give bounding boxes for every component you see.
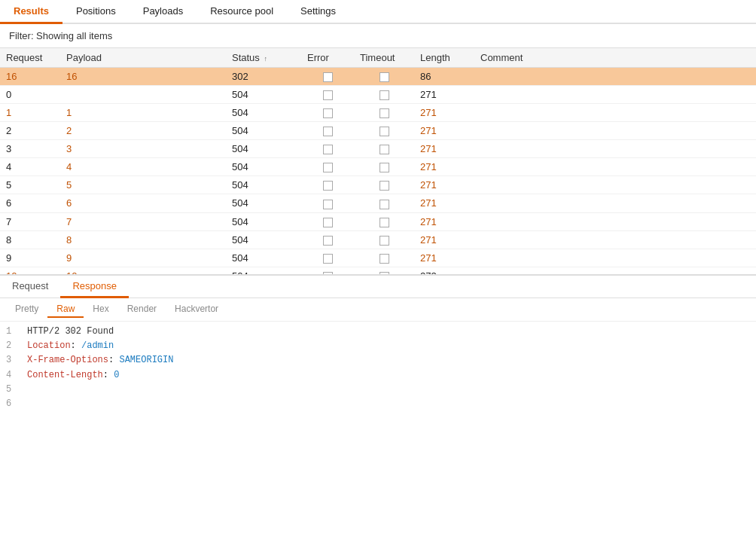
cell-link[interactable]: 2 xyxy=(66,125,72,136)
line-number: 5 xyxy=(6,383,21,397)
cell-link[interactable]: 7 xyxy=(66,216,72,227)
checkbox[interactable] xyxy=(380,200,389,209)
line-number: 1 xyxy=(6,325,21,339)
header-key: Content-Length xyxy=(27,370,103,380)
checkbox[interactable] xyxy=(380,90,389,100)
cell-link[interactable]: 16 xyxy=(6,71,17,82)
cell-link[interactable]: 271 xyxy=(420,234,437,246)
checkbox[interactable] xyxy=(323,90,333,100)
http-status-text: HTTP/2 302 Found xyxy=(27,326,114,337)
checkbox[interactable] xyxy=(323,72,333,82)
table-row[interactable]: 161630286 xyxy=(0,68,756,86)
table-row[interactable]: 77504271 xyxy=(0,212,756,230)
col-header-error[interactable]: Error xyxy=(301,48,354,68)
table-row[interactable]: 22504271 xyxy=(0,122,756,140)
cell-link[interactable]: 1 xyxy=(66,107,72,118)
cell-link[interactable]: 16 xyxy=(66,71,77,82)
table-row[interactable]: 99504271 xyxy=(0,249,756,267)
subtab-hackvertor[interactable]: Hackvertor xyxy=(166,301,227,318)
checkbox[interactable] xyxy=(323,163,333,172)
col-header-comment[interactable]: Comment xyxy=(474,48,756,68)
table-row[interactable]: 1010504272 xyxy=(0,267,756,274)
cell-link[interactable]: 4 xyxy=(66,161,72,172)
results-table-scroll[interactable]: Request Payload Status ↑ Error Timeout L… xyxy=(0,48,756,274)
cell-link[interactable]: 271 xyxy=(420,197,437,209)
checkbox[interactable] xyxy=(380,145,389,154)
cell-link[interactable]: 3 xyxy=(66,143,72,154)
checkbox[interactable] xyxy=(380,163,389,172)
checkbox[interactable] xyxy=(323,108,333,118)
bottom-tab-bar: Request Response xyxy=(0,276,756,298)
header-value: SAMEORIGIN xyxy=(119,355,173,365)
response-subtabs: Pretty Raw Hex Render Hackvertor xyxy=(0,298,756,322)
code-line: 5 xyxy=(6,383,750,397)
table-row[interactable]: 44504271 xyxy=(0,158,756,176)
cell-link[interactable]: 1 xyxy=(6,107,11,118)
cell-link[interactable]: 5 xyxy=(66,179,72,191)
cell-link[interactable]: 271 xyxy=(420,216,437,227)
cell-link[interactable]: 10 xyxy=(6,270,17,274)
table-row[interactable]: 0504271 xyxy=(0,86,756,104)
header-key: X-Frame-Options xyxy=(27,355,108,365)
tab-settings[interactable]: Settings xyxy=(287,0,349,24)
cell-link[interactable]: 271 xyxy=(420,179,437,191)
col-header-status[interactable]: Status ↑ xyxy=(226,48,301,68)
checkbox[interactable] xyxy=(380,108,389,118)
bottom-tab-response[interactable]: Response xyxy=(60,276,129,298)
checkbox[interactable] xyxy=(323,272,333,274)
filter-bar: Filter: Showing all items xyxy=(0,24,756,48)
checkbox[interactable] xyxy=(323,127,333,136)
cell-link[interactable]: 6 xyxy=(66,197,72,209)
checkbox[interactable] xyxy=(380,236,389,246)
col-header-request[interactable]: Request xyxy=(0,48,60,68)
checkbox[interactable] xyxy=(323,236,333,246)
line-content: HTTP/2 302 Found xyxy=(27,325,114,339)
line-content: Location: /admin xyxy=(27,339,114,353)
sort-arrow-status: ↑ xyxy=(264,55,267,63)
subtab-raw[interactable]: Raw xyxy=(47,301,84,318)
subtab-hex[interactable]: Hex xyxy=(84,301,117,318)
table-row[interactable]: 66504271 xyxy=(0,194,756,212)
line-number: 3 xyxy=(6,353,21,368)
cell-link[interactable]: 271 xyxy=(420,252,437,264)
table-row[interactable]: 88504271 xyxy=(0,230,756,249)
col-header-payload[interactable]: Payload xyxy=(60,48,226,68)
cell-link[interactable]: 271 xyxy=(420,125,437,136)
checkbox[interactable] xyxy=(380,272,389,274)
line-number: 4 xyxy=(6,368,21,383)
cell-link[interactable]: 9 xyxy=(66,252,72,264)
cell-link[interactable]: 271 xyxy=(420,161,437,172)
tab-resource-pool[interactable]: Resource pool xyxy=(197,0,287,24)
colon: : xyxy=(108,355,119,365)
cell-link[interactable]: 10 xyxy=(66,270,77,274)
tab-positions[interactable]: Positions xyxy=(62,0,130,24)
table-row[interactable]: 11504271 xyxy=(0,104,756,122)
cell-link[interactable]: 271 xyxy=(420,143,437,154)
subtab-render[interactable]: Render xyxy=(118,301,166,318)
col-header-timeout[interactable]: Timeout xyxy=(354,48,414,68)
checkbox[interactable] xyxy=(323,145,333,154)
tab-payloads[interactable]: Payloads xyxy=(130,0,197,24)
bottom-tab-request[interactable]: Request xyxy=(0,276,60,298)
table-row[interactable]: 33504271 xyxy=(0,140,756,158)
code-line: 4Content-Length: 0 xyxy=(6,368,750,383)
subtab-pretty[interactable]: Pretty xyxy=(6,301,47,318)
col-header-length[interactable]: Length xyxy=(414,48,474,68)
checkbox[interactable] xyxy=(323,254,333,264)
checkbox[interactable] xyxy=(380,181,389,191)
table-row[interactable]: 55504271 xyxy=(0,176,756,194)
checkbox[interactable] xyxy=(380,127,389,136)
checkbox[interactable] xyxy=(380,72,389,82)
checkbox[interactable] xyxy=(323,200,333,209)
code-area[interactable]: 1HTTP/2 302 Found2Location: /admin3X-Fra… xyxy=(0,322,756,451)
checkbox[interactable] xyxy=(380,254,389,264)
checkbox[interactable] xyxy=(323,181,333,191)
tab-results[interactable]: Results xyxy=(0,0,62,24)
checkbox[interactable] xyxy=(323,218,333,227)
line-number: 2 xyxy=(6,339,21,353)
results-table: Request Payload Status ↑ Error Timeout L… xyxy=(0,48,756,274)
line-content: Content-Length: 0 xyxy=(27,368,119,383)
cell-link[interactable]: 271 xyxy=(420,107,437,118)
checkbox[interactable] xyxy=(380,218,389,227)
cell-link[interactable]: 8 xyxy=(66,234,72,246)
